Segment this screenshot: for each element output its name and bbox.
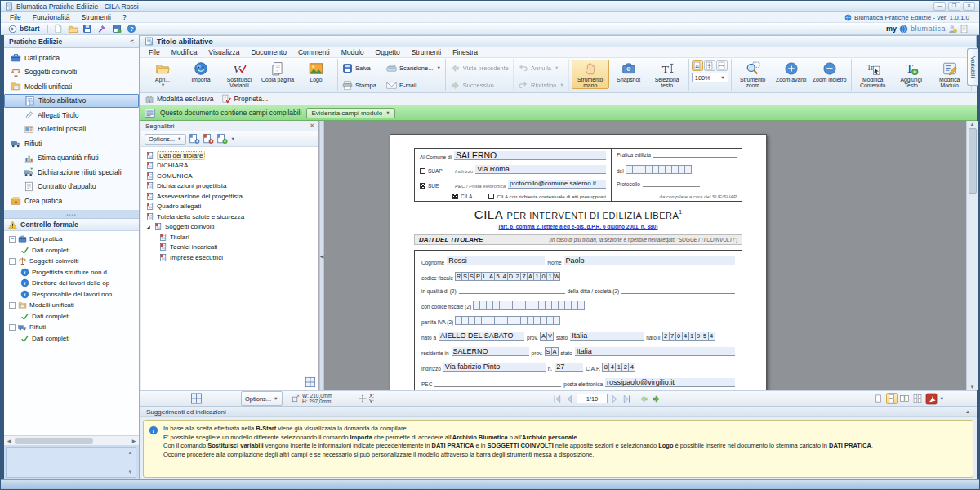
controllo-item-dati-pratica[interactable]: −Dati pratica <box>9 234 139 245</box>
vscroll-thumb[interactable] <box>969 128 977 194</box>
pec-header-field[interactable]: protocollo@comune.salerno.it <box>508 180 606 189</box>
help-button[interactable]: ? <box>126 24 138 34</box>
sidebar-item-titolo-abilitativo[interactable]: Titolo abilitativo <box>4 94 139 109</box>
doc-menu-modifica[interactable]: Modifica <box>166 48 203 56</box>
doc-menu-visualizza[interactable]: Visualizza <box>203 48 245 56</box>
controllo-item-modelli-unificati[interactable]: −Modelli unificati <box>9 300 139 311</box>
save-archive-button[interactable] <box>111 24 123 34</box>
new-bookmark-icon[interactable] <box>216 133 228 145</box>
pdf-viewer[interactable]: Al Comune di SALERNO SUAP Indirizzo Via … <box>324 121 966 390</box>
zoom-level-select[interactable]: 100%▼ <box>692 73 728 82</box>
sue-checkbox[interactable] <box>420 183 425 189</box>
numero-civico-field[interactable]: 27 <box>555 363 583 372</box>
controllo-item-dati-completi[interactable]: Dati completi <box>9 333 139 345</box>
codice-fiscale-comb[interactable]: RSSPLA54D27A101W <box>456 272 560 281</box>
doc-menu-modulo[interactable]: Modulo <box>336 48 370 56</box>
doc-menu-strumenti[interactable]: Strumenti <box>406 48 447 56</box>
sidebar-item-allegati-titolo[interactable]: Allegati Titolo <box>4 108 139 122</box>
menu-strumenti[interactable]: Strumenti <box>76 13 117 21</box>
sidebar-hscrollbar[interactable]: ◀ ▶ <box>4 435 139 445</box>
del-comb-field[interactable] <box>626 165 692 174</box>
residente-field[interactable]: SALERNO <box>452 347 529 356</box>
indirizzo-field[interactable]: Via Roma <box>475 165 606 174</box>
chevron-down-icon[interactable]: ▼ <box>231 136 235 141</box>
add-child-bookmark-icon[interactable] <box>203 133 214 145</box>
page-number-input[interactable]: 1/10 <box>577 394 608 403</box>
cognome-field[interactable]: Rossi <box>447 256 545 265</box>
stampa-button[interactable]: Stampa... <box>341 80 383 91</box>
salva-button[interactable]: Salva <box>341 63 383 74</box>
viewer-vscrollbar[interactable]: ▲ ▼ <box>966 121 978 390</box>
pec-line[interactable] <box>434 381 561 387</box>
posta-elettronica-field[interactable]: rossipaolo@virgilio.it <box>605 378 735 387</box>
scroll-up-icon[interactable]: ▲ <box>128 450 133 455</box>
grid-layout-button[interactable] <box>912 393 924 404</box>
sostituisci-variabili-button[interactable]: VSostituisci Variabili <box>220 60 258 89</box>
ditta-line[interactable] <box>621 287 735 294</box>
e-mail-button[interactable]: E-mail <box>385 80 443 91</box>
highlight-fields-button[interactable]: Evidenzia campi modulo ▼ <box>306 108 394 118</box>
two-page-layout-button[interactable] <box>899 393 911 404</box>
scroll-left-icon[interactable]: ◀ <box>4 436 14 445</box>
tree-expander-icon[interactable]: − <box>9 236 16 243</box>
sidebar-vscrollbar[interactable]: ▲▼ <box>126 448 135 476</box>
controllo-item-progettista-strutture-non-d[interactable]: iProgettista strutture non d <box>9 267 139 278</box>
exclusive-mode-button[interactable]: Modalità esclusiva <box>145 94 213 104</box>
first-page-icon[interactable] <box>552 394 563 404</box>
sidebar-item-crea-pratica[interactable]: Crea pratica <box>4 194 139 208</box>
single-page-layout-button[interactable] <box>873 393 884 404</box>
controllo-item-dati-completi[interactable]: Dati completi <box>9 245 139 256</box>
stato-nascita-field[interactable]: Italia <box>570 332 644 341</box>
panel-splitter[interactable]: ▪▪▪▪ <box>4 212 139 218</box>
scroll-right-icon[interactable]: ▶ <box>129 436 139 445</box>
importa-button[interactable]: Importa <box>182 60 220 83</box>
comune-field[interactable]: SALERNO <box>454 151 606 160</box>
apri-button[interactable]: Apri...▼ <box>144 60 181 88</box>
collapse-panel-icon[interactable]: ▲ <box>965 409 970 414</box>
seleziona-testo-button[interactable]: TSeleziona testo <box>648 60 686 89</box>
panel-toggle-icon[interactable] <box>190 391 203 406</box>
copia-pagina-button[interactable]: Copia pagina <box>259 60 296 83</box>
sidebar-item-modelli-unificati[interactable]: Modelli unificati <box>4 79 139 94</box>
continuous-layout-button[interactable] <box>886 393 898 404</box>
stato-residenza-field[interactable]: Italia <box>575 347 735 356</box>
controllo-item-responsabile-dei-lavori-non[interactable]: iResponsabile dei lavori non <box>9 289 139 301</box>
qualita-line[interactable] <box>459 287 565 294</box>
menu-help[interactable]: ? <box>117 13 132 21</box>
fit-actual-button[interactable]: 11 <box>692 60 703 71</box>
bookmark-dichiarazioni-progettista[interactable]: Dichiarazioni progettista <box>146 181 317 192</box>
add-bookmark-icon[interactable] <box>189 133 200 145</box>
sidebar-item-dati-pratica[interactable]: Dati pratica <box>4 51 139 65</box>
doc-menu-file[interactable]: File <box>143 48 166 56</box>
nome-field[interactable]: Paolo <box>564 256 735 265</box>
controllo-item-direttore-dei-lavori-delle-op[interactable]: iDirettore dei lavori delle op <box>9 278 139 289</box>
aggiungi-testo-button[interactable]: TAggiungi Testo <box>893 60 930 89</box>
sidebar-item-stima-quantit-rifiuti[interactable]: Stima quantità rifiuti <box>4 151 139 166</box>
prov-residenza-comb[interactable]: SA <box>546 347 559 356</box>
maximize-icon[interactable]: ❐ <box>948 2 960 11</box>
bookmark-dichiara[interactable]: DICHIARA <box>146 161 317 172</box>
last-page-icon[interactable] <box>621 394 632 404</box>
pdf-app-icon[interactable] <box>925 393 938 405</box>
zoom-indietro-button[interactable]: Zoom indietro <box>811 60 849 83</box>
save-button[interactable] <box>82 24 94 34</box>
new-document-button[interactable] <box>52 24 65 34</box>
tab-variabili[interactable]: Variabili <box>967 48 978 86</box>
next-view-icon[interactable] <box>651 394 662 404</box>
sidebar-item-soggetti-coinvolti[interactable]: Soggetti coinvolti <box>4 65 139 80</box>
doc-menu-commenti[interactable]: Commenti <box>292 48 336 56</box>
tree-expander-icon[interactable]: − <box>9 258 16 265</box>
scansione-button[interactable]: Scansione...▼ <box>385 63 443 74</box>
strumento-mano-button[interactable]: Strumento mano <box>572 60 609 89</box>
bookmark-tutela-della-salute-e-sicurezza[interactable]: Tutela della salute e sicurezza <box>146 212 317 222</box>
sidebar-item-rifiuti[interactable]: Rifiuti <box>4 136 139 151</box>
modifica-contenuto-button[interactable]: TrModifica Contenuto <box>854 60 892 89</box>
next-page-icon[interactable] <box>609 394 620 404</box>
sidebar-item-bollettini-postali[interactable]: Bollettini postali <box>4 122 139 137</box>
prov-nascita-comb[interactable]: AV <box>541 332 554 341</box>
hscroll-thumb[interactable] <box>15 438 93 444</box>
pratica-edilizia-line[interactable] <box>653 151 737 158</box>
status-options-button[interactable]: Options... ▼ <box>241 391 283 406</box>
bookmarks-close-icon[interactable]: ✕ <box>310 122 314 129</box>
bookmark-dati-del-titolare[interactable]: Dati del titolare <box>146 150 317 161</box>
